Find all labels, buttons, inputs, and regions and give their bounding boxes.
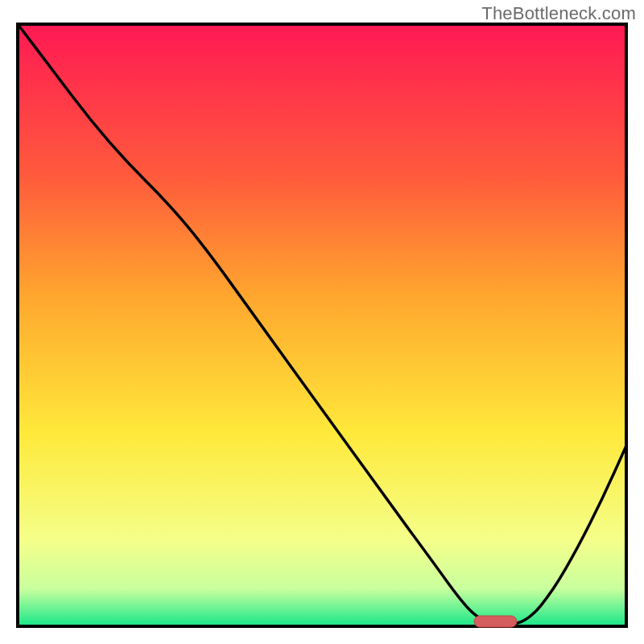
optimal-marker bbox=[474, 616, 517, 627]
watermark-text: TheBottleneck.com bbox=[481, 3, 636, 24]
gradient-background bbox=[19, 26, 625, 625]
chart-container: TheBottleneck.com bbox=[0, 0, 644, 644]
bottleneck-chart bbox=[0, 0, 644, 644]
